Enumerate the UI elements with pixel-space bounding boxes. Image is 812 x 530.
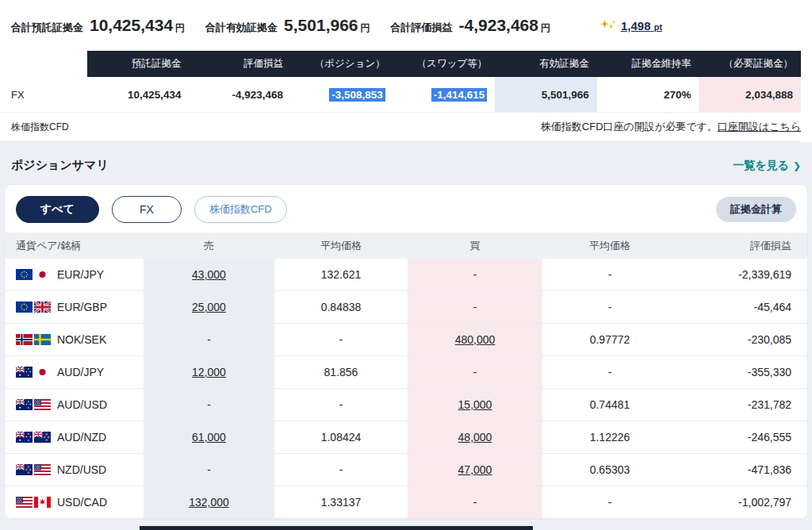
buy-quantity-link[interactable]: 48,000: [458, 431, 492, 444]
position-summary-section: ポジションサマリ 一覧を見る ❯ すべてFX株価指数CFD 証拠金計算 通貨ペア…: [0, 142, 812, 530]
currency-pair-cell: AUD/USD: [5, 389, 144, 421]
buy-quantity-link[interactable]: 480,000: [455, 333, 496, 346]
sell-quantity-link[interactable]: 61,000: [192, 431, 226, 444]
fx-valuation-pl: -4,923,468: [190, 77, 292, 112]
flag-nzd-icon: [16, 464, 33, 475]
sell-quantity-link[interactable]: 43,000: [192, 268, 226, 281]
summary-value: -4,923,468: [459, 16, 538, 35]
sell-quantity-link[interactable]: 132,000: [189, 496, 229, 509]
partially-visible-row-strip: [140, 526, 533, 530]
buy-quantity-cell: 15,000: [408, 389, 542, 421]
buy-quantity-cell: -: [408, 259, 542, 290]
buy-average-price: -: [542, 486, 677, 518]
position-row: EUR/JPY43,000132.621---2,339,619: [5, 259, 807, 291]
view-all-link[interactable]: 一覧を見る ❯: [733, 159, 801, 173]
flag-sek-icon: [34, 334, 51, 345]
currency-pair-label: AUD/JPY: [57, 366, 104, 378]
column-header-pair: 通貨ペア/銘柄: [5, 232, 144, 259]
currency-pair-cell: AUD/NZD: [5, 421, 144, 453]
pair-flags: [16, 497, 51, 508]
tab-fx[interactable]: FX: [112, 196, 182, 223]
cfd-open-account-message: 株価指数CFD口座の開設が必要です。口座開設はこちら: [541, 120, 801, 134]
summary-unit: 円: [175, 21, 185, 35]
sell-average-price: -: [274, 454, 408, 486]
summary-total-deposit-margin: 合計預託証拠金 10,425,434 円: [11, 16, 185, 35]
tab-cfd[interactable]: 株価指数CFD: [194, 196, 287, 223]
buy-quantity-link[interactable]: 15,000: [458, 398, 492, 411]
fx-maintenance-rate: 270%: [597, 77, 699, 112]
position-row: USD/CAD132,0001.33137---1,002,797: [5, 486, 807, 519]
points-balance[interactable]: 1,498 pt: [621, 19, 662, 33]
account-table-col-header: 有効証拠金: [495, 51, 597, 77]
sell-quantity-cell: 43,000: [144, 259, 274, 290]
margin-calc-button[interactable]: 証拠金計算: [716, 197, 796, 222]
flag-aud-icon: [16, 432, 33, 443]
sell-quantity-link[interactable]: 25,000: [192, 301, 226, 313]
points-link[interactable]: 1,498 pt: [599, 19, 662, 33]
flag-usd-icon: [34, 399, 51, 410]
sell-quantity-link[interactable]: 12,000: [192, 366, 226, 378]
account-table-col-header: （ポジション）: [291, 51, 393, 77]
summary-label: 合計有効証拠金: [205, 21, 278, 35]
buy-quantity-cell: -: [408, 356, 542, 388]
pair-flags: [16, 334, 51, 345]
fx-account-page: 合計預託証拠金 10,425,434 円 合計有効証拠金 5,501,966 円…: [0, 0, 812, 530]
chevron-right-icon: ❯: [793, 161, 801, 171]
flag-jpy-icon: [34, 367, 51, 378]
open-account-link[interactable]: 口座開設はこちら: [718, 121, 801, 132]
position-row: NOK/SEK--480,0000.97772-230,085: [5, 324, 807, 356]
position-summary-heading-row: ポジションサマリ 一覧を見る ❯: [0, 158, 812, 173]
flag-eur-icon: [16, 301, 33, 313]
sell-quantity-cell: 25,000: [144, 291, 274, 323]
cfd-row-label: 株価指数CFD: [11, 121, 69, 134]
currency-pair-label: EUR/JPY: [57, 268, 104, 281]
positions-table-body: EUR/JPY43,000132.621---2,339,619EUR/GBP2…: [5, 259, 807, 519]
sell-average-price: 132.621: [274, 259, 408, 290]
valuation-pl-value: -45,464: [677, 291, 807, 323]
buy-average-price: -: [542, 259, 677, 290]
buy-quantity-cell: -: [408, 486, 542, 518]
buy-average-price: 1.12226: [542, 421, 677, 453]
flag-aud-icon: [16, 367, 33, 378]
positions-table-header-row: 通貨ペア/銘柄売平均価格買平均価格評価損益: [5, 232, 807, 259]
column-header-sell-avg-price: 平均価格: [274, 232, 408, 259]
account-table-col-header: 預託証拠金: [87, 51, 190, 77]
buy-average-price: -: [542, 356, 677, 388]
pair-flags: [16, 367, 51, 378]
sell-quantity-cell: -: [144, 389, 274, 421]
tab-all[interactable]: すべて: [16, 196, 99, 223]
fx-row-label: FX: [0, 77, 87, 112]
buy-quantity-link[interactable]: 47,000: [458, 463, 492, 476]
summary-unit: 円: [361, 21, 370, 35]
currency-pair-cell: EUR/JPY: [5, 259, 144, 290]
valuation-pl-value: -355,330: [677, 356, 807, 388]
tabs-row: すべてFX株価指数CFD 証拠金計算: [5, 185, 807, 232]
currency-pair-label: EUR/GBP: [57, 301, 107, 313]
sell-average-price: 0.84838: [274, 291, 408, 323]
sell-average-price: 1.08424: [274, 421, 408, 453]
account-margin-table: 預託証拠金評価損益（ポジション）（スワップ等）有効証拠金証拠金維持率（必要証拠金…: [0, 51, 812, 142]
sell-quantity-cell: 132,000: [144, 486, 274, 518]
buy-quantity-cell: 47,000: [408, 454, 542, 486]
selected-text-highlight: -1,414,615: [431, 88, 488, 102]
summary-label: 合計評価損益: [391, 21, 453, 35]
valuation-pl-value: -1,002,797: [677, 486, 807, 518]
pair-flags: [16, 432, 51, 443]
sell-average-price: 81.856: [274, 356, 408, 388]
valuation-pl-value: -230,085: [677, 324, 807, 355]
currency-pair-label: NOK/SEK: [57, 333, 106, 346]
pair-flags: [16, 399, 51, 410]
summary-total-valuation-pl: 合計評価損益 -4,923,468 円: [391, 16, 550, 35]
column-header-buy: 買: [408, 232, 542, 259]
position-row: EUR/GBP25,0000.84838---45,464: [5, 291, 807, 324]
position-summary-card: すべてFX株価指数CFD 証拠金計算 通貨ペア/銘柄売平均価格買平均価格評価損益…: [4, 184, 808, 520]
column-header-valuation-pl: 評価損益: [677, 232, 807, 259]
currency-pair-label: USD/CAD: [57, 496, 107, 509]
valuation-pl-value: -231,782: [677, 389, 807, 421]
flag-nok-icon: [16, 334, 33, 345]
flag-cad-icon: [34, 497, 51, 508]
page-title: ポジションサマリ: [11, 158, 109, 173]
flag-eur-icon: [16, 269, 33, 280]
sell-quantity-cell: -: [144, 454, 274, 486]
sell-quantity-cell: -: [144, 324, 274, 355]
